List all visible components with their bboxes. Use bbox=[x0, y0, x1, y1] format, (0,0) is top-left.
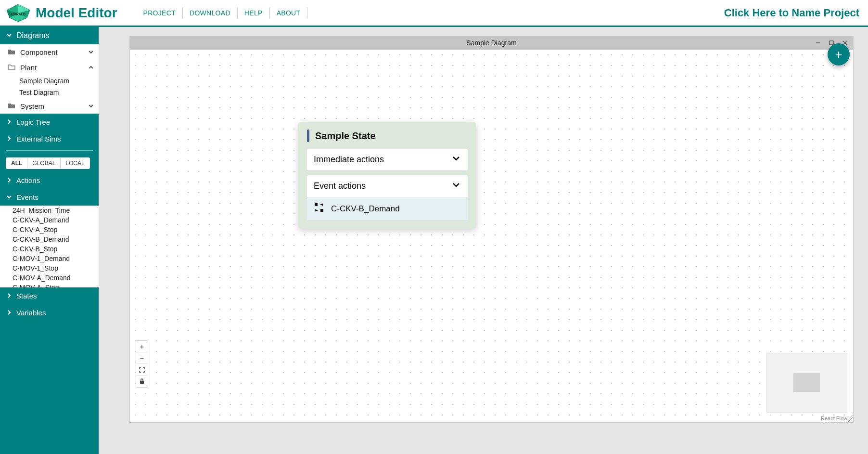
sidebar-section-label: Logic Tree bbox=[16, 118, 50, 126]
lock-button[interactable] bbox=[136, 376, 148, 387]
filter-global[interactable]: GLOBAL bbox=[27, 158, 61, 169]
svg-rect-8 bbox=[315, 203, 318, 206]
event-item[interactable]: 24H_Mission_Time bbox=[0, 206, 99, 215]
reactflow-attribution: React Flow bbox=[821, 415, 847, 421]
sidebar-section-label: Variables bbox=[16, 309, 46, 317]
chevron-down-icon bbox=[451, 154, 461, 166]
event-item[interactable]: C-MOV-1_Demand bbox=[0, 254, 99, 263]
project-name-link[interactable]: Click Here to Name Project bbox=[724, 7, 859, 19]
filter-local[interactable]: LOCAL bbox=[61, 158, 89, 169]
filter-all[interactable]: ALL bbox=[6, 158, 27, 169]
tree-item-sample-diagram[interactable]: Sample Diagram bbox=[0, 75, 99, 87]
app-title: Model Editor bbox=[36, 5, 117, 21]
main-menu: PROJECT DOWNLOAD HELP ABOUT bbox=[137, 7, 308, 19]
events-list[interactable]: 24H_Mission_Time C-CKV-A_Demand C-CKV-A_… bbox=[0, 206, 99, 287]
folder-icon bbox=[8, 102, 16, 110]
zoom-controls: + − bbox=[136, 340, 148, 388]
event-item[interactable]: C-CKV-A_Stop bbox=[0, 225, 99, 234]
tree-group-label: Component bbox=[20, 48, 58, 56]
topbar: EMRALD Model Editor PROJECT DOWNLOAD HEL… bbox=[0, 0, 868, 27]
tree-group-system[interactable]: System bbox=[0, 98, 99, 114]
zoom-out-button[interactable]: − bbox=[136, 352, 148, 364]
tree-group-component[interactable]: Component bbox=[0, 44, 99, 60]
diagram-window: Sample Diagram bbox=[129, 36, 854, 423]
emrald-logo: EMRALD bbox=[4, 3, 33, 23]
chevron-right-icon bbox=[6, 118, 13, 126]
menu-download[interactable]: DOWNLOAD bbox=[183, 7, 238, 19]
event-item[interactable]: C-MOV-A_Demand bbox=[0, 273, 99, 283]
sidebar-section-variables[interactable]: Variables bbox=[0, 304, 99, 321]
chevron-right-icon bbox=[6, 135, 13, 143]
chevron-right-icon bbox=[6, 292, 13, 300]
sidebar-section-logic-tree[interactable]: Logic Tree bbox=[0, 114, 99, 130]
zoom-in-button[interactable]: + bbox=[136, 341, 148, 352]
chevron-down-icon bbox=[88, 48, 94, 56]
chevron-down-icon bbox=[88, 102, 94, 110]
chevron-down-icon bbox=[6, 31, 13, 40]
canvas[interactable]: Sample State Immediate actions Event act bbox=[130, 50, 853, 422]
sidebar-section-external-sims[interactable]: External Sims bbox=[0, 130, 99, 147]
main-area: Sample Diagram bbox=[99, 27, 868, 454]
sidebar-section-states[interactable]: States bbox=[0, 287, 99, 304]
event-actions-accordion[interactable]: Event actions bbox=[307, 175, 468, 220]
plus-icon: + bbox=[835, 47, 842, 62]
svg-text:EMRALD: EMRALD bbox=[11, 13, 26, 16]
tree-group-label: System bbox=[20, 102, 44, 110]
sidebar-section-label: States bbox=[16, 292, 37, 300]
state-color-chip bbox=[307, 130, 309, 142]
event-action-item[interactable]: C-CKV-B_Demand bbox=[307, 197, 468, 220]
event-item[interactable]: C-CKV-B_Stop bbox=[0, 244, 99, 254]
chevron-down-icon bbox=[451, 180, 461, 192]
state-node[interactable]: Sample State Immediate actions Event act bbox=[298, 122, 476, 229]
folder-icon bbox=[8, 48, 16, 56]
accordion-label: Event actions bbox=[314, 181, 366, 191]
window-titlebar[interactable]: Sample Diagram bbox=[130, 36, 853, 50]
minimap[interactable] bbox=[766, 353, 847, 413]
swap-icon bbox=[314, 202, 324, 215]
fit-view-button[interactable] bbox=[136, 364, 148, 376]
event-item[interactable]: C-CKV-B_Demand bbox=[0, 234, 99, 244]
menu-project[interactable]: PROJECT bbox=[137, 7, 183, 19]
immediate-actions-accordion[interactable]: Immediate actions bbox=[307, 149, 468, 170]
tree-item-test-diagram[interactable]: Test Diagram bbox=[0, 87, 99, 98]
sidebar-section-label: Diagrams bbox=[16, 31, 49, 40]
chevron-up-icon bbox=[88, 64, 94, 72]
scope-filter: ALL GLOBAL LOCAL bbox=[6, 157, 90, 169]
window-minimize-button[interactable] bbox=[812, 37, 824, 49]
chevron-right-icon bbox=[6, 176, 13, 184]
event-item[interactable]: C-MOV-A_Stop bbox=[0, 283, 99, 287]
sidebar-section-actions[interactable]: Actions bbox=[0, 172, 99, 189]
menu-about[interactable]: ABOUT bbox=[270, 7, 308, 19]
minimap-node bbox=[793, 373, 820, 392]
svg-rect-10 bbox=[140, 381, 144, 384]
window-title: Sample Diagram bbox=[466, 39, 516, 47]
sidebar-section-label: Events bbox=[16, 193, 38, 201]
svg-rect-7 bbox=[830, 41, 833, 45]
sidebar-section-diagrams[interactable]: Diagrams bbox=[0, 27, 99, 44]
sidebar-section-label: Actions bbox=[16, 176, 40, 184]
chevron-down-icon bbox=[6, 193, 13, 201]
tree-group-plant[interactable]: Plant bbox=[0, 60, 99, 75]
accordion-label: Immediate actions bbox=[314, 155, 384, 165]
add-fab[interactable]: + bbox=[828, 43, 850, 65]
tree-group-label: Plant bbox=[20, 64, 37, 72]
sidebar-section-label: External Sims bbox=[16, 135, 61, 143]
chevron-right-icon bbox=[6, 309, 13, 317]
state-title: Sample State bbox=[315, 130, 376, 142]
svg-rect-9 bbox=[320, 209, 323, 212]
menu-help[interactable]: HELP bbox=[238, 7, 270, 19]
event-item[interactable]: C-MOV-1_Stop bbox=[0, 263, 99, 273]
event-action-label: C-CKV-B_Demand bbox=[331, 204, 400, 214]
folder-open-icon bbox=[8, 64, 16, 72]
resize-handle[interactable] bbox=[845, 415, 853, 422]
diagrams-tree: Component Plant Sample Diagram Test Diag… bbox=[0, 44, 99, 114]
sidebar: Diagrams Component Plant bbox=[0, 27, 99, 454]
event-item[interactable]: C-CKV-A_Demand bbox=[0, 215, 99, 225]
sidebar-section-events[interactable]: Events bbox=[0, 189, 99, 206]
